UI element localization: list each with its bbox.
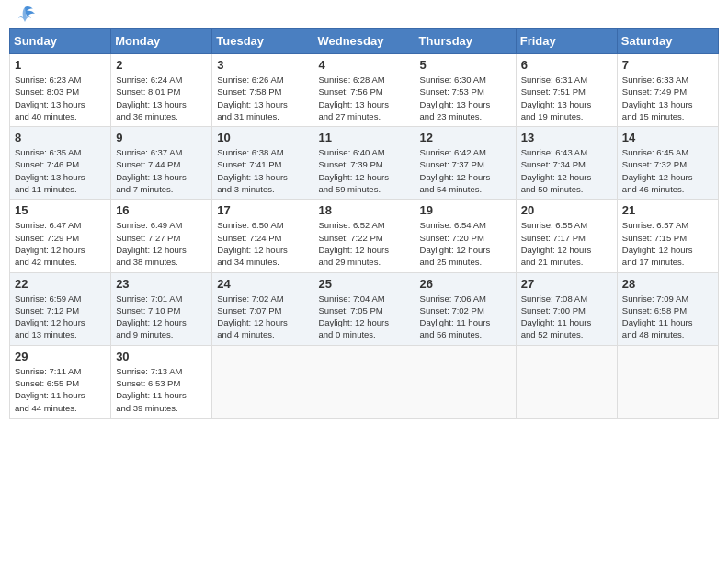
day-info: Sunrise: 6:26 AMSunset: 7:58 PMDaylight:… [217, 74, 308, 122]
calendar-week-row: 29Sunrise: 7:11 AMSunset: 6:55 PMDayligh… [10, 345, 719, 418]
calendar-cell: 21Sunrise: 6:57 AMSunset: 7:15 PMDayligh… [617, 200, 718, 272]
day-info: Sunrise: 7:11 AMSunset: 6:55 PMDaylight:… [15, 365, 106, 414]
day-info: Sunrise: 6:43 AMSunset: 7:34 PMDaylight:… [521, 146, 612, 195]
calendar-cell: 29Sunrise: 7:11 AMSunset: 6:55 PMDayligh… [10, 345, 111, 418]
calendar-cell [617, 345, 718, 418]
calendar-cell: 1Sunrise: 6:23 AMSunset: 8:03 PMDaylight… [10, 54, 111, 127]
calendar-cell: 30Sunrise: 7:13 AMSunset: 6:53 PMDayligh… [111, 345, 212, 418]
day-info: Sunrise: 7:01 AMSunset: 7:10 PMDaylight:… [116, 293, 207, 341]
calendar-cell: 26Sunrise: 7:06 AMSunset: 7:02 PMDayligh… [415, 272, 516, 345]
day-info: Sunrise: 7:02 AMSunset: 7:07 PMDaylight:… [217, 293, 308, 341]
day-info: Sunrise: 6:31 AMSunset: 7:51 PMDaylight:… [521, 74, 612, 122]
calendar-cell [415, 345, 516, 418]
day-info: Sunrise: 6:55 AMSunset: 7:17 PMDaylight:… [521, 219, 612, 268]
day-number: 23 [116, 277, 207, 291]
day-number: 15 [15, 203, 106, 217]
day-info: Sunrise: 6:35 AMSunset: 7:46 PMDaylight:… [15, 146, 106, 195]
calendar-header-sunday: Sunday [10, 29, 111, 54]
day-info: Sunrise: 6:24 AMSunset: 8:01 PMDaylight:… [116, 74, 207, 122]
day-info: Sunrise: 6:49 AMSunset: 7:27 PMDaylight:… [116, 219, 207, 268]
day-info: Sunrise: 7:08 AMSunset: 7:00 PMDaylight:… [521, 293, 612, 341]
day-number: 12 [420, 131, 511, 144]
calendar-cell: 17Sunrise: 6:50 AMSunset: 7:24 PMDayligh… [212, 200, 313, 272]
calendar-cell: 3Sunrise: 6:26 AMSunset: 7:58 PMDaylight… [212, 54, 313, 127]
day-number: 30 [116, 350, 207, 363]
page-header [9, 9, 719, 20]
calendar-header-monday: Monday [111, 29, 212, 54]
day-info: Sunrise: 6:28 AMSunset: 7:56 PMDaylight:… [318, 74, 409, 122]
day-info: Sunrise: 6:50 AMSunset: 7:24 PMDaylight:… [217, 219, 308, 268]
day-info: Sunrise: 6:54 AMSunset: 7:20 PMDaylight:… [420, 219, 511, 268]
day-number: 20 [521, 203, 612, 217]
calendar-cell: 25Sunrise: 7:04 AMSunset: 7:05 PMDayligh… [313, 272, 415, 345]
day-number: 21 [622, 203, 713, 217]
day-number: 22 [15, 277, 106, 291]
day-info: Sunrise: 7:04 AMSunset: 7:05 PMDaylight:… [318, 293, 409, 341]
day-info: Sunrise: 7:09 AMSunset: 6:58 PMDaylight:… [622, 293, 713, 341]
day-number: 1 [15, 58, 106, 72]
calendar-week-row: 22Sunrise: 6:59 AMSunset: 7:12 PMDayligh… [10, 272, 719, 345]
calendar-cell: 18Sunrise: 6:52 AMSunset: 7:22 PMDayligh… [313, 200, 415, 272]
calendar-header-friday: Friday [516, 29, 617, 54]
calendar-cell [212, 345, 313, 418]
day-info: Sunrise: 7:13 AMSunset: 6:53 PMDaylight:… [116, 365, 207, 414]
calendar-week-row: 15Sunrise: 6:47 AMSunset: 7:29 PMDayligh… [10, 200, 719, 272]
day-number: 16 [116, 203, 207, 217]
calendar-cell: 28Sunrise: 7:09 AMSunset: 6:58 PMDayligh… [617, 272, 718, 345]
calendar-cell: 2Sunrise: 6:24 AMSunset: 8:01 PMDaylight… [111, 54, 212, 127]
calendar-week-row: 8Sunrise: 6:35 AMSunset: 7:46 PMDaylight… [10, 127, 719, 200]
calendar-cell: 10Sunrise: 6:38 AMSunset: 7:41 PMDayligh… [212, 127, 313, 200]
day-info: Sunrise: 6:45 AMSunset: 7:32 PMDaylight:… [622, 146, 713, 195]
calendar-header-saturday: Saturday [617, 29, 718, 54]
calendar-cell: 9Sunrise: 6:37 AMSunset: 7:44 PMDaylight… [111, 127, 212, 200]
day-number: 27 [521, 277, 612, 291]
calendar-header-row: SundayMondayTuesdayWednesdayThursdayFrid… [10, 29, 719, 54]
day-number: 13 [521, 131, 612, 144]
day-info: Sunrise: 6:23 AMSunset: 8:03 PMDaylight:… [15, 74, 106, 122]
calendar-cell: 27Sunrise: 7:08 AMSunset: 7:00 PMDayligh… [516, 272, 617, 345]
day-info: Sunrise: 6:30 AMSunset: 7:53 PMDaylight:… [420, 74, 511, 122]
day-info: Sunrise: 6:37 AMSunset: 7:44 PMDaylight:… [116, 146, 207, 195]
calendar-cell: 7Sunrise: 6:33 AMSunset: 7:49 PMDaylight… [617, 54, 718, 127]
day-info: Sunrise: 6:38 AMSunset: 7:41 PMDaylight:… [217, 146, 308, 195]
day-number: 11 [318, 131, 409, 144]
day-number: 29 [15, 350, 106, 363]
calendar-cell: 13Sunrise: 6:43 AMSunset: 7:34 PMDayligh… [516, 127, 617, 200]
logo [13, 9, 35, 20]
calendar-table: SundayMondayTuesdayWednesdayThursdayFrid… [9, 28, 719, 419]
calendar-cell: 4Sunrise: 6:28 AMSunset: 7:56 PMDaylight… [313, 54, 415, 127]
day-info: Sunrise: 6:47 AMSunset: 7:29 PMDaylight:… [15, 219, 106, 268]
day-info: Sunrise: 6:42 AMSunset: 7:37 PMDaylight:… [420, 146, 511, 195]
day-info: Sunrise: 6:33 AMSunset: 7:49 PMDaylight:… [622, 74, 713, 122]
day-number: 17 [217, 203, 308, 217]
calendar-cell: 15Sunrise: 6:47 AMSunset: 7:29 PMDayligh… [10, 200, 111, 272]
calendar-cell: 6Sunrise: 6:31 AMSunset: 7:51 PMDaylight… [516, 54, 617, 127]
day-number: 5 [420, 58, 511, 72]
day-number: 10 [217, 131, 308, 144]
calendar-cell [313, 345, 415, 418]
calendar-cell: 8Sunrise: 6:35 AMSunset: 7:46 PMDaylight… [10, 127, 111, 200]
day-number: 18 [318, 203, 409, 217]
logo-bird-icon [15, 6, 35, 24]
calendar-cell: 20Sunrise: 6:55 AMSunset: 7:17 PMDayligh… [516, 200, 617, 272]
calendar-cell: 23Sunrise: 7:01 AMSunset: 7:10 PMDayligh… [111, 272, 212, 345]
day-number: 9 [116, 131, 207, 144]
day-number: 6 [521, 58, 612, 72]
day-number: 7 [622, 58, 713, 72]
day-number: 8 [15, 131, 106, 144]
day-number: 26 [420, 277, 511, 291]
day-number: 2 [116, 58, 207, 72]
calendar-cell: 24Sunrise: 7:02 AMSunset: 7:07 PMDayligh… [212, 272, 313, 345]
day-info: Sunrise: 6:40 AMSunset: 7:39 PMDaylight:… [318, 146, 409, 195]
calendar-header-tuesday: Tuesday [212, 29, 313, 54]
calendar-header-thursday: Thursday [415, 29, 516, 54]
day-info: Sunrise: 6:57 AMSunset: 7:15 PMDaylight:… [622, 219, 713, 268]
calendar-cell: 12Sunrise: 6:42 AMSunset: 7:37 PMDayligh… [415, 127, 516, 200]
calendar-cell: 14Sunrise: 6:45 AMSunset: 7:32 PMDayligh… [617, 127, 718, 200]
day-number: 4 [318, 58, 409, 72]
day-info: Sunrise: 6:59 AMSunset: 7:12 PMDaylight:… [15, 293, 106, 341]
calendar-header-wednesday: Wednesday [313, 29, 415, 54]
calendar-week-row: 1Sunrise: 6:23 AMSunset: 8:03 PMDaylight… [10, 54, 719, 127]
day-number: 28 [622, 277, 713, 291]
calendar-cell: 16Sunrise: 6:49 AMSunset: 7:27 PMDayligh… [111, 200, 212, 272]
